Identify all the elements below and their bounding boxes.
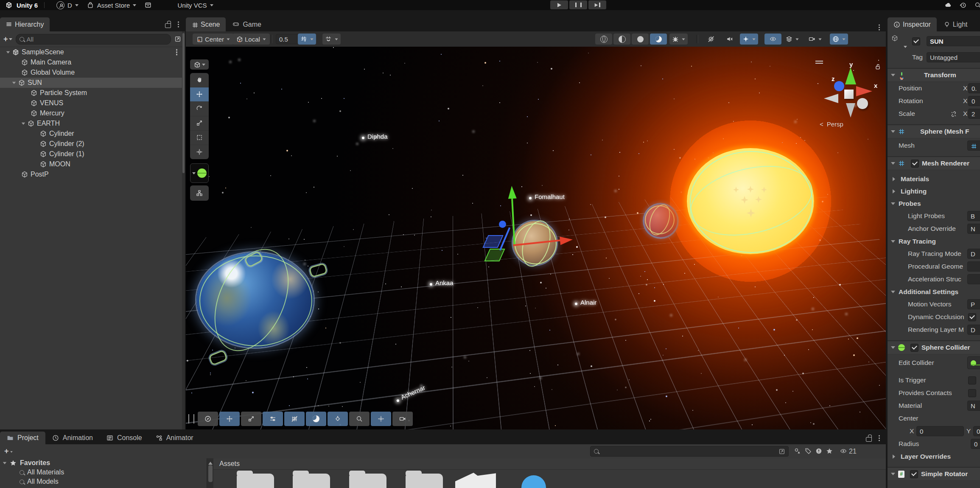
is-trigger-checkbox[interactable]	[968, 376, 976, 384]
favorites-filter-icon[interactable]	[826, 448, 833, 455]
create-asset-button[interactable]: +	[0, 447, 13, 456]
add-object-button[interactable]: +	[3, 35, 12, 44]
tool-settings-button[interactable]	[241, 412, 261, 426]
scale-row[interactable]: Scale X 2	[888, 107, 980, 120]
tree-item[interactable]: Mercury	[0, 108, 182, 118]
procedural-geometry-field[interactable]	[967, 261, 980, 272]
tree-item[interactable]: Main Camera	[0, 57, 182, 67]
ray-tracing-foldout[interactable]: Ray Tracing	[888, 235, 980, 247]
y-axis-cone[interactable]	[845, 67, 856, 84]
neg-y-cone[interactable]	[846, 103, 855, 118]
layers-dropdown[interactable]	[783, 34, 801, 45]
neg-z-cone[interactable]	[857, 98, 868, 109]
motion-vectors-dropdown[interactable]: P	[967, 299, 980, 309]
orientation-overlay-button[interactable]	[328, 412, 348, 426]
shading-unlit-button[interactable]	[632, 34, 649, 45]
provides-contacts-row[interactable]: Provides Contacts	[888, 387, 980, 399]
additional-settings-foldout[interactable]: Additional Settings	[888, 286, 980, 298]
tab-hierarchy[interactable]: Hierarchy	[0, 17, 50, 31]
tree-item[interactable]: PostP	[0, 169, 182, 179]
tree-item[interactable]: Global Volume	[0, 67, 182, 78]
tool-context-dropdown[interactable]	[190, 59, 209, 70]
dynamic-occlusion-row[interactable]: Dynamic Occlusion	[888, 311, 980, 323]
radius-field[interactable]: 0	[971, 439, 980, 449]
rotation-x-field[interactable]: 0	[968, 96, 980, 106]
foldout-icon[interactable]	[12, 82, 16, 86]
center-x-field[interactable]: 0	[916, 426, 964, 436]
hierarchy-search-input[interactable]: All	[16, 34, 171, 45]
shading-wireframe-button[interactable]	[595, 34, 612, 45]
transform-tool-button[interactable]	[190, 145, 209, 159]
anchor-override-row[interactable]: Anchor Override N	[888, 222, 980, 235]
dynamic-occlusion-checkbox[interactable]	[968, 313, 976, 321]
probes-foldout[interactable]: Probes	[888, 197, 980, 210]
light-probes-row[interactable]: Light Probes B	[888, 210, 980, 222]
rotate-tool-button[interactable]	[190, 102, 209, 116]
all-materials-item[interactable]: All Materials	[0, 468, 207, 477]
scale-tool-button[interactable]	[190, 116, 209, 131]
tree-item[interactable]: Particle System	[0, 88, 182, 98]
shading-shaded-wire-button[interactable]	[613, 34, 630, 45]
hierarchy-scrollbar[interactable]	[182, 31, 185, 429]
tab-animation[interactable]: Animation	[45, 432, 100, 444]
model-thumbnail[interactable]	[455, 473, 496, 488]
is-trigger-row[interactable]: Is Trigger	[888, 374, 980, 387]
grid-snap-button[interactable]	[284, 412, 305, 426]
play-button[interactable]	[550, 0, 568, 9]
kebab-menu-icon[interactable]	[178, 24, 179, 25]
cameras-overlay-button[interactable]	[392, 412, 413, 426]
vcs-menu[interactable]: Unity VCS	[173, 2, 217, 9]
neg-x-cone[interactable]	[824, 94, 838, 103]
tab-scene[interactable]: Scene	[186, 17, 226, 31]
center-y-field[interactable]: 0	[973, 426, 980, 436]
folder-thumbnail[interactable]	[293, 474, 330, 488]
project-search-input[interactable]	[590, 446, 789, 457]
kebab-menu-icon[interactable]	[879, 438, 880, 439]
gizmo-menu-icon[interactable]	[815, 61, 823, 62]
sun-planet[interactable]	[687, 148, 814, 254]
tree-item[interactable]: Cylinder	[0, 129, 182, 139]
search-icon[interactable]	[974, 2, 980, 9]
gizmos-dropdown[interactable]	[830, 34, 848, 45]
mercury-planet[interactable]	[643, 203, 679, 239]
x-axis-cone[interactable]	[856, 86, 872, 96]
light-probes-dropdown[interactable]: B	[967, 211, 980, 221]
tree-item[interactable]: VENUS	[0, 98, 182, 108]
assets-breadcrumb[interactable]: Assets	[213, 458, 886, 470]
tab-inspector[interactable]: Inspector	[888, 17, 937, 31]
mesh-field[interactable]	[967, 140, 980, 151]
mesh-renderer-header[interactable]: Mesh Renderer	[888, 157, 980, 170]
filter-by-label-icon[interactable]	[805, 448, 812, 455]
simple-rotator-checkbox[interactable]	[910, 470, 918, 478]
account-menu[interactable]: D	[52, 1, 83, 9]
sphere-collider-header[interactable]: Sphere Collider	[888, 341, 980, 354]
earth-planet[interactable]	[196, 252, 314, 348]
folder-thumbnail[interactable]	[349, 474, 386, 488]
object-name-field[interactable]: SUN	[927, 36, 980, 46]
scale-x-field[interactable]: 2	[968, 109, 980, 119]
transform-component-header[interactable]: Transform	[888, 68, 980, 82]
ray-tracing-mode-row[interactable]: Ray Tracing Mode D	[888, 247, 980, 260]
filter-by-type-icon[interactable]	[794, 448, 801, 455]
overlay-sliders-button[interactable]	[263, 412, 283, 426]
scene-audio-toggle[interactable]	[721, 34, 738, 45]
unlock-icon[interactable]	[874, 63, 881, 70]
rendering-layer-dropdown[interactable]: D	[967, 325, 980, 335]
z-axis-cone[interactable]	[834, 81, 844, 91]
rect-tool-button[interactable]	[190, 131, 209, 145]
view-options-button[interactable]	[198, 412, 218, 426]
custom-tool-button[interactable]	[190, 185, 209, 201]
tree-item[interactable]: Cylinder (1)	[0, 149, 182, 159]
materials-foldout[interactable]: Materials	[888, 173, 980, 185]
kebab-menu-icon[interactable]	[879, 27, 880, 28]
favorites-foldout[interactable]: Favorites	[0, 458, 207, 468]
tree-item[interactable]: EARTH	[0, 118, 182, 129]
foldout-icon[interactable]	[22, 123, 25, 126]
search-overlay-button[interactable]	[349, 412, 370, 426]
all-models-item[interactable]: All Models	[0, 477, 207, 486]
center-overlay-button[interactable]	[371, 412, 391, 426]
rendering-layer-row[interactable]: Rendering Layer M D	[888, 323, 980, 336]
edit-collider-button[interactable]	[967, 356, 980, 369]
tab-console[interactable]: Console	[100, 432, 149, 444]
radius-row[interactable]: Radius 0	[888, 438, 980, 450]
